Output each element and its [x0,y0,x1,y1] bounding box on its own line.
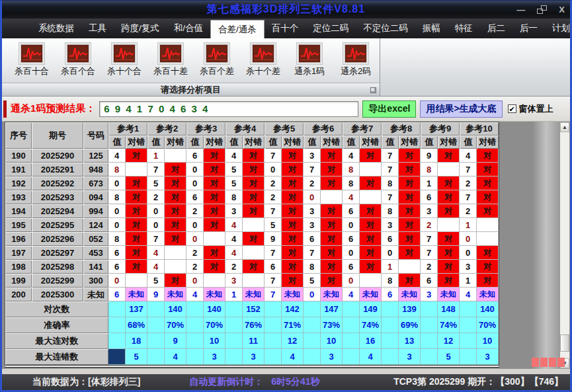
value-cell[interactable]: 7 [382,163,399,176]
minimize-icon[interactable]: — [516,5,525,15]
summary-empty-cell[interactable] [382,349,399,365]
value-cell[interactable]: 2 [186,246,204,260]
value-cell[interactable]: 7 [460,163,477,176]
always-on-top-checkbox[interactable]: ✔ 窗体置上 [508,103,553,115]
summary-empty-cell[interactable] [343,333,360,349]
value-cell[interactable]: 4 [343,190,360,204]
summary-empty-cell[interactable] [186,301,204,317]
status-cell[interactable]: 未知 [243,288,265,301]
status-cell[interactable]: 对 [477,274,499,288]
status-cell[interactable]: 对 [204,163,225,176]
status-cell[interactable] [438,163,460,176]
summary-empty-cell[interactable] [421,317,438,333]
summary-value-cell[interactable]: 10 [204,333,225,349]
status-cell[interactable]: 对 [399,190,421,204]
selected-cell[interactable] [108,349,126,365]
value-cell[interactable]: 7 [382,190,399,204]
value-cell[interactable]: 7 [460,190,477,204]
summary-empty-cell[interactable] [343,317,360,333]
status-cell[interactable]: 对 [477,149,499,163]
status-cell[interactable]: 对 [321,260,343,274]
value-cell[interactable]: 5 [304,274,321,288]
value-cell[interactable]: 5 [147,176,165,190]
value-cell[interactable]: 6 [343,232,360,246]
value-cell[interactable]: 7 [147,163,165,176]
status-cell[interactable]: 对 [438,149,460,163]
status-cell[interactable]: 未知 [321,288,343,301]
summary-value-cell[interactable]: 16 [360,333,382,349]
summary-value-cell[interactable]: 147 [321,301,343,317]
status-cell[interactable]: 对 [477,190,499,204]
value-cell[interactable]: 1 [225,288,243,301]
status-cell[interactable]: 对 [477,246,499,260]
menu-item-11[interactable]: 后二 [480,19,512,38]
value-cell[interactable]: 0 [108,218,126,232]
summary-empty-cell[interactable] [108,301,126,317]
summary-empty-cell[interactable] [421,349,438,365]
summary-empty-cell[interactable] [304,333,321,349]
value-cell[interactable]: 2 [421,260,438,274]
value-cell[interactable]: 8 [225,190,243,204]
summary-empty-cell[interactable] [343,301,360,317]
status-cell[interactable]: 对 [438,246,460,260]
value-cell[interactable]: 7 [421,246,438,260]
value-cell[interactable]: 8 [343,176,360,190]
value-cell[interactable]: 9 [421,149,438,163]
menu-item-2[interactable]: 工具 [81,19,114,38]
tool-button-5[interactable]: 杀百个差 [194,42,240,77]
value-cell[interactable]: 6 [186,190,204,204]
summary-value-cell[interactable]: 74% [360,317,382,333]
status-cell[interactable]: 对 [282,232,304,246]
value-cell[interactable]: 7 [382,149,399,163]
summary-value-cell[interactable]: 70% [165,317,186,333]
summary-value-cell[interactable]: 3 [399,349,421,365]
summary-value-cell[interactable]: 70% [204,317,225,333]
menu-item-8[interactable]: 不定位二码 [356,19,415,38]
value-cell[interactable]: 1 [382,260,399,274]
value-cell[interactable]: 8 [421,163,438,176]
value-cell[interactable]: 0 [108,204,126,218]
summary-value-cell[interactable]: 9 [165,333,186,349]
summary-value-cell[interactable]: 12 [282,333,304,349]
value-cell[interactable]: 0 [147,218,165,232]
value-cell[interactable]: 0 [186,274,204,288]
value-cell[interactable]: 7 [265,288,282,301]
status-cell[interactable]: 对 [399,274,421,288]
status-cell[interactable]: 对 [360,149,382,163]
status-cell[interactable] [126,163,147,176]
status-cell[interactable]: 对 [399,204,421,218]
menu-item-9[interactable]: 振幅 [415,19,448,38]
summary-empty-cell[interactable] [186,349,204,365]
summary-empty-cell[interactable] [460,333,477,349]
value-cell[interactable]: 6 [265,260,282,274]
status-cell[interactable]: 对 [126,232,147,246]
menu-item-7[interactable]: 定位二码 [306,19,356,38]
menu-item-13[interactable]: 计划 [545,19,572,38]
status-cell[interactable]: 对 [360,232,382,246]
value-cell[interactable]: 1 [460,274,477,288]
summary-empty-cell[interactable] [265,301,282,317]
value-cell[interactable]: 0 [108,274,126,288]
menu-item-12[interactable]: 后一 [512,19,545,38]
status-cell[interactable]: 对 [243,190,265,204]
menu-item-4[interactable]: 和/合值 [167,19,210,38]
value-cell[interactable]: 6 [421,274,438,288]
status-cell[interactable]: 对 [165,204,186,218]
tool-button-1[interactable]: 杀百十合 [9,42,55,77]
status-cell[interactable]: 对 [243,260,265,274]
close-icon[interactable]: X [559,5,565,15]
status-cell[interactable] [243,218,265,232]
status-cell[interactable]: 对 [477,204,499,218]
value-cell[interactable]: 9 [147,288,165,301]
value-cell[interactable]: 8 [382,204,399,218]
status-cell[interactable]: 对 [399,149,421,163]
tool-button-8[interactable]: 通杀2码 [333,42,379,77]
status-cell[interactable]: 对 [204,246,225,260]
status-cell[interactable]: 对 [126,260,147,274]
tool-button-3[interactable]: 杀十个合 [101,42,147,77]
status-cell[interactable]: 对 [282,246,304,260]
value-cell[interactable]: 4 [343,288,360,301]
summary-empty-cell[interactable] [382,301,399,317]
value-cell[interactable]: 1 [460,218,477,232]
value-cell[interactable]: 6 [108,288,126,301]
